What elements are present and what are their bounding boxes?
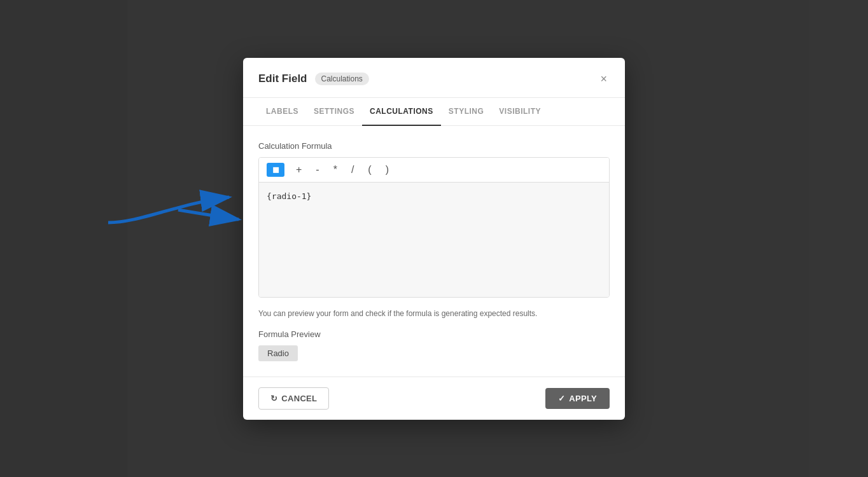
cancel-label: CANCEL: [281, 394, 317, 403]
modal-body: Calculation Formula ◼ + - * / ( ) {r: [243, 126, 625, 377]
modal-footer: ↻ CANCEL ✓ APPLY: [243, 377, 625, 420]
formula-hint: You can preview your form and check if t…: [258, 308, 610, 319]
close-button[interactable]: ×: [598, 71, 610, 87]
op-close-paren-button[interactable]: ): [383, 163, 391, 177]
preview-badge: Radio: [258, 345, 298, 361]
op-minus-button[interactable]: -: [313, 163, 321, 177]
formula-toolbar: ◼ + - * / ( ): [259, 158, 609, 183]
modal-header: Edit Field Calculations ×: [243, 58, 625, 98]
formula-textarea[interactable]: {radio-1}: [259, 183, 609, 297]
modal-title: Edit Field: [258, 73, 307, 85]
cancel-button[interactable]: ↻ CANCEL: [258, 387, 329, 410]
preview-label: Formula Preview: [258, 329, 610, 339]
apply-label: APPLY: [569, 394, 597, 403]
modal-badge: Calculations: [315, 73, 369, 85]
tab-settings[interactable]: SETTINGS: [306, 98, 362, 126]
op-plus-button[interactable]: +: [293, 163, 304, 177]
op-multiply-button[interactable]: *: [331, 163, 340, 177]
tab-visibility[interactable]: VISIBILITY: [491, 98, 549, 126]
field-icon: ◼: [272, 165, 279, 174]
formula-value: {radio-1}: [267, 191, 311, 201]
modal-tabs: LABELS SETTINGS CALCULATIONS STYLING VIS…: [243, 98, 625, 126]
tab-calculations[interactable]: CALCULATIONS: [362, 98, 441, 126]
apply-button[interactable]: ✓ APPLY: [545, 388, 610, 409]
formula-builder: ◼ + - * / ( ) {radio-1}: [258, 157, 610, 298]
edit-field-modal: Edit Field Calculations × LABELS SETTING…: [243, 58, 625, 420]
modal-backdrop: Edit Field Calculations × LABELS SETTING…: [0, 0, 868, 477]
apply-icon: ✓: [558, 394, 565, 403]
formula-section-label: Calculation Formula: [258, 141, 610, 151]
op-open-paren-button[interactable]: (: [365, 163, 374, 177]
cancel-icon: ↻: [270, 394, 277, 403]
insert-field-button[interactable]: ◼: [267, 163, 284, 177]
tab-labels[interactable]: LABELS: [258, 98, 306, 126]
tab-styling[interactable]: STYLING: [441, 98, 492, 126]
op-divide-button[interactable]: /: [349, 163, 356, 177]
